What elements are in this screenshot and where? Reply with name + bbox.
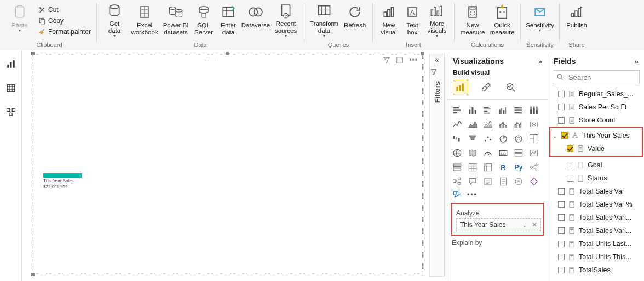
field-row[interactable]: Sales Per Sq Ft — [550, 101, 642, 114]
area-chart-icon[interactable] — [466, 119, 479, 131]
checkbox[interactable] — [558, 241, 565, 247]
format-painter-button[interactable]: Format painter — [36, 26, 93, 37]
filters-pane-collapsed[interactable]: « Filters — [429, 54, 445, 277]
dataverse-button[interactable]: Dataverse — [240, 1, 271, 38]
stacked-column-icon[interactable] — [466, 104, 479, 116]
map-icon[interactable] — [451, 147, 464, 159]
gauge-icon[interactable] — [481, 147, 495, 159]
card-icon[interactable]: 123 — [497, 147, 510, 159]
checkbox[interactable] — [558, 117, 565, 124]
field-row[interactable]: TotalSales — [550, 264, 642, 277]
sensitivity-button[interactable]: Sensitivity ▾ — [524, 1, 556, 38]
chevron-down-icon[interactable]: ⌄ — [522, 223, 527, 228]
search-input[interactable] — [567, 73, 644, 82]
analytics-tab[interactable] — [503, 80, 519, 95]
scatter-icon[interactable] — [481, 133, 495, 145]
field-row[interactable]: Total Units This... — [550, 250, 642, 264]
filled-map-icon[interactable] — [466, 147, 479, 159]
arcgis-icon[interactable] — [512, 175, 525, 188]
r-visual-icon[interactable]: R — [497, 161, 510, 173]
checkbox[interactable] — [567, 162, 573, 168]
pbi-datasets-button[interactable]: Power BI datasets — [160, 1, 191, 38]
kpi-icon[interactable] — [527, 147, 540, 159]
fields-search[interactable] — [553, 70, 640, 84]
checkbox[interactable] — [558, 188, 565, 195]
checkbox[interactable] — [558, 201, 565, 208]
more-visuals-button[interactable]: More visuals ▾ — [423, 1, 451, 38]
checkbox[interactable] — [558, 91, 565, 97]
paginated-icon[interactable] — [497, 175, 510, 188]
pie-icon[interactable] — [497, 133, 510, 145]
field-child[interactable]: Value — [550, 142, 642, 155]
cut-button[interactable]: Cut — [36, 4, 93, 15]
checkbox[interactable] — [558, 104, 565, 110]
field-row[interactable]: Total Sales Var % — [550, 198, 642, 211]
field-row[interactable]: Regular_Sales_... — [550, 87, 642, 101]
ribbon-chart-icon[interactable] — [527, 119, 540, 131]
stacked-bar-icon[interactable] — [451, 104, 464, 116]
checkbox[interactable] — [558, 227, 565, 234]
matrix-icon[interactable] — [481, 161, 495, 173]
sql-server-button[interactable]: SQL Server — [191, 1, 216, 38]
new-visual-button[interactable]: New visual — [376, 1, 401, 38]
new-measure-button[interactable]: New measure — [458, 1, 487, 38]
copy-button[interactable]: Copy — [36, 15, 93, 26]
smart-narrative-icon[interactable] — [481, 175, 495, 188]
line-clustered-col-icon[interactable] — [512, 119, 525, 131]
filter-icon[interactable] — [383, 56, 390, 64]
publish-button[interactable]: Publish — [563, 1, 590, 38]
field-row[interactable]: Store Count — [550, 114, 642, 127]
table-icon[interactable] — [466, 161, 479, 173]
chevron-down-icon[interactable]: ⌄ — [551, 133, 558, 139]
power-apps-icon[interactable] — [527, 175, 540, 188]
clustered-column-icon[interactable] — [497, 104, 510, 116]
field-row[interactable]: Total Sales Vari... — [550, 224, 642, 237]
key-influencers-icon[interactable] — [527, 161, 540, 173]
model-view-button[interactable] — [5, 106, 17, 118]
focus-mode-icon[interactable] — [396, 56, 404, 64]
py-visual-icon[interactable]: Py — [512, 161, 525, 173]
line-chart-icon[interactable] — [451, 119, 464, 131]
chevron-right-icon[interactable]: » — [635, 57, 639, 66]
field-hierarchy[interactable]: ⌄ This Year Sales — [550, 129, 642, 142]
get-data-button[interactable]: Get data ▾ — [100, 1, 129, 38]
text-box-button[interactable]: A Text box — [401, 1, 423, 38]
report-view-button[interactable] — [5, 58, 17, 70]
checkbox-checked[interactable] — [567, 145, 573, 152]
clustered-bar-icon[interactable] — [481, 104, 495, 116]
paste-button[interactable]: Paste ▾ — [5, 1, 34, 38]
quick-measure-button[interactable]: Quick measure — [487, 1, 517, 38]
format-visual-tab[interactable] — [478, 80, 493, 95]
power-automate-icon[interactable] — [452, 190, 463, 200]
excel-workbook-button[interactable]: Excel workbook — [129, 1, 160, 38]
checkbox[interactable] — [558, 254, 565, 260]
data-view-button[interactable] — [5, 82, 17, 94]
more-options-icon[interactable]: ••• — [409, 56, 418, 64]
multi-row-card-icon[interactable] — [512, 147, 525, 159]
checkbox[interactable] — [558, 214, 565, 221]
enter-data-button[interactable]: Enter data — [216, 1, 240, 38]
analyze-well[interactable]: This Year Sales ⌄ ✕ — [456, 218, 541, 231]
chevron-right-icon[interactable]: » — [538, 57, 542, 66]
hundred-column-icon[interactable] — [527, 104, 540, 116]
hundred-bar-icon[interactable] — [512, 104, 525, 116]
refresh-button[interactable]: Refresh — [341, 1, 369, 38]
field-row[interactable]: Total Sales Var — [550, 185, 642, 198]
line-stacked-col-icon[interactable] — [497, 119, 510, 131]
field-row[interactable]: Status — [550, 172, 642, 185]
donut-icon[interactable] — [512, 133, 525, 145]
qna-icon[interactable] — [466, 175, 479, 188]
recent-sources-button[interactable]: Recent sources ▾ — [271, 1, 301, 38]
stacked-area-icon[interactable] — [481, 119, 495, 131]
report-canvas[interactable]: ══ ••• This Year Sales $22,051,952 — [33, 54, 423, 274]
checkbox[interactable] — [567, 175, 573, 182]
checkbox-checked[interactable] — [561, 132, 568, 139]
visual-placeholder[interactable]: This Year Sales $22,051,952 — [43, 173, 82, 190]
more-visuals-ellipsis[interactable]: ••• — [467, 191, 478, 198]
slicer-icon[interactable] — [451, 161, 464, 173]
remove-field-icon[interactable]: ✕ — [532, 221, 537, 229]
transform-data-button[interactable]: Transform data ▾ — [308, 1, 341, 38]
treemap-icon[interactable] — [527, 133, 540, 145]
drag-grip-icon[interactable]: ══ — [205, 56, 216, 64]
funnel-icon[interactable] — [466, 133, 479, 145]
